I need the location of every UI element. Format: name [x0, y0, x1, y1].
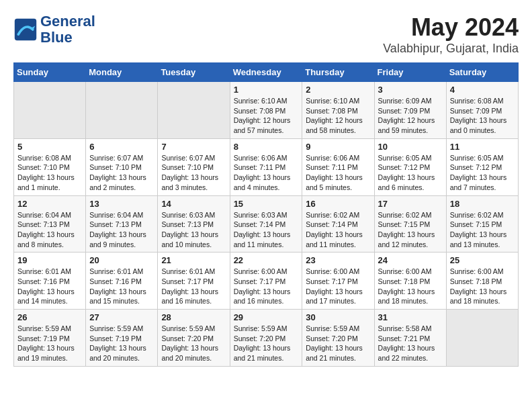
weekday-header: Friday: [374, 63, 446, 82]
day-info: Sunrise: 6:10 AM Sunset: 7:08 PM Dayligh…: [234, 96, 299, 136]
logo-line2: Blue: [40, 30, 95, 46]
day-info: Sunrise: 6:00 AM Sunset: 7:18 PM Dayligh…: [450, 267, 515, 306]
calendar-cell: 26Sunrise: 5:59 AM Sunset: 7:19 PM Dayli…: [14, 310, 86, 367]
day-number: 28: [161, 312, 226, 322]
day-number: 10: [378, 142, 443, 152]
calendar-cell: 27Sunrise: 5:59 AM Sunset: 7:19 PM Dayli…: [86, 310, 158, 367]
day-info: Sunrise: 5:59 AM Sunset: 7:19 PM Dayligh…: [89, 324, 154, 363]
weekday-header: Saturday: [446, 63, 518, 82]
day-info: Sunrise: 5:59 AM Sunset: 7:19 PM Dayligh…: [17, 324, 82, 363]
day-number: 17: [378, 199, 443, 209]
day-info: Sunrise: 5:59 AM Sunset: 7:20 PM Dayligh…: [234, 324, 299, 363]
day-number: 29: [234, 312, 299, 322]
day-number: 21: [161, 255, 226, 265]
calendar-cell: [14, 82, 86, 139]
calendar-cell: 22Sunrise: 6:00 AM Sunset: 7:17 PM Dayli…: [230, 253, 302, 310]
weekday-header: Wednesday: [230, 63, 302, 82]
day-info: Sunrise: 5:59 AM Sunset: 7:20 PM Dayligh…: [306, 324, 370, 363]
day-number: 12: [17, 199, 82, 209]
calendar-cell: 1Sunrise: 6:10 AM Sunset: 7:08 PM Daylig…: [230, 82, 302, 139]
day-number: 2: [306, 85, 370, 95]
day-info: Sunrise: 6:09 AM Sunset: 7:09 PM Dayligh…: [378, 96, 443, 136]
day-info: Sunrise: 6:00 AM Sunset: 7:17 PM Dayligh…: [234, 267, 299, 306]
calendar-week-row: 5Sunrise: 6:08 AM Sunset: 7:10 PM Daylig…: [14, 138, 519, 195]
day-info: Sunrise: 5:58 AM Sunset: 7:21 PM Dayligh…: [378, 324, 443, 363]
calendar-cell: 10Sunrise: 6:05 AM Sunset: 7:12 PM Dayli…: [374, 138, 446, 195]
day-info: Sunrise: 6:02 AM Sunset: 7:14 PM Dayligh…: [306, 210, 370, 250]
day-info: Sunrise: 6:07 AM Sunset: 7:10 PM Dayligh…: [89, 153, 154, 193]
day-number: 1: [234, 85, 299, 95]
calendar-cell: 6Sunrise: 6:07 AM Sunset: 7:10 PM Daylig…: [86, 138, 158, 195]
day-number: 11: [450, 142, 515, 152]
day-info: Sunrise: 6:01 AM Sunset: 7:17 PM Dayligh…: [161, 267, 226, 306]
calendar-cell: 15Sunrise: 6:03 AM Sunset: 7:14 PM Dayli…: [230, 195, 302, 253]
day-number: 20: [89, 255, 154, 265]
calendar-cell: [158, 82, 230, 139]
day-info: Sunrise: 6:00 AM Sunset: 7:18 PM Dayligh…: [378, 267, 443, 306]
day-info: Sunrise: 6:03 AM Sunset: 7:13 PM Dayligh…: [161, 210, 226, 250]
day-number: 6: [89, 142, 154, 152]
day-number: 31: [378, 312, 443, 322]
day-info: Sunrise: 6:07 AM Sunset: 7:10 PM Dayligh…: [161, 153, 226, 193]
calendar-cell: 24Sunrise: 6:00 AM Sunset: 7:18 PM Dayli…: [374, 253, 446, 310]
day-number: 30: [306, 312, 370, 322]
logo: General Blue: [13, 13, 95, 46]
calendar-cell: 8Sunrise: 6:06 AM Sunset: 7:11 PM Daylig…: [230, 138, 302, 195]
calendar-cell: 17Sunrise: 6:02 AM Sunset: 7:15 PM Dayli…: [374, 195, 446, 253]
calendar-cell: 3Sunrise: 6:09 AM Sunset: 7:09 PM Daylig…: [374, 82, 446, 139]
calendar-cell: 20Sunrise: 6:01 AM Sunset: 7:16 PM Dayli…: [86, 253, 158, 310]
day-number: 7: [161, 142, 226, 152]
day-number: 22: [234, 255, 299, 265]
title-block: May 2024 Valabhipur, Gujarat, India: [383, 13, 519, 56]
day-number: 24: [378, 255, 443, 265]
calendar-cell: 21Sunrise: 6:01 AM Sunset: 7:17 PM Dayli…: [158, 253, 230, 310]
logo-icon: [13, 17, 38, 42]
calendar-week-row: 12Sunrise: 6:04 AM Sunset: 7:13 PM Dayli…: [14, 195, 519, 253]
calendar-cell: [446, 310, 518, 367]
day-info: Sunrise: 6:02 AM Sunset: 7:15 PM Dayligh…: [450, 210, 515, 250]
calendar-cell: 29Sunrise: 5:59 AM Sunset: 7:20 PM Dayli…: [230, 310, 302, 367]
calendar-cell: 16Sunrise: 6:02 AM Sunset: 7:14 PM Dayli…: [302, 195, 374, 253]
day-number: 8: [234, 142, 299, 152]
day-info: Sunrise: 6:03 AM Sunset: 7:14 PM Dayligh…: [234, 210, 299, 250]
day-info: Sunrise: 6:04 AM Sunset: 7:13 PM Dayligh…: [17, 210, 82, 250]
calendar-cell: 13Sunrise: 6:04 AM Sunset: 7:13 PM Dayli…: [86, 195, 158, 253]
day-info: Sunrise: 6:08 AM Sunset: 7:10 PM Dayligh…: [17, 153, 82, 193]
calendar-cell: 7Sunrise: 6:07 AM Sunset: 7:10 PM Daylig…: [158, 138, 230, 195]
logo-line1: General: [40, 13, 95, 30]
calendar-cell: [86, 82, 158, 139]
day-info: Sunrise: 6:05 AM Sunset: 7:12 PM Dayligh…: [378, 153, 443, 193]
day-number: 16: [306, 199, 370, 209]
day-info: Sunrise: 5:59 AM Sunset: 7:20 PM Dayligh…: [161, 324, 226, 363]
day-number: 3: [378, 85, 443, 95]
calendar-cell: 30Sunrise: 5:59 AM Sunset: 7:20 PM Dayli…: [302, 310, 374, 367]
day-info: Sunrise: 6:02 AM Sunset: 7:15 PM Dayligh…: [378, 210, 443, 250]
calendar-cell: 28Sunrise: 5:59 AM Sunset: 7:20 PM Dayli…: [158, 310, 230, 367]
calendar-cell: 14Sunrise: 6:03 AM Sunset: 7:13 PM Dayli…: [158, 195, 230, 253]
weekday-header-row: SundayMondayTuesdayWednesdayThursdayFrid…: [14, 63, 519, 82]
day-info: Sunrise: 6:01 AM Sunset: 7:16 PM Dayligh…: [17, 267, 82, 306]
calendar-cell: 9Sunrise: 6:06 AM Sunset: 7:11 PM Daylig…: [302, 138, 374, 195]
calendar-cell: 31Sunrise: 5:58 AM Sunset: 7:21 PM Dayli…: [374, 310, 446, 367]
calendar-cell: 25Sunrise: 6:00 AM Sunset: 7:18 PM Dayli…: [446, 253, 518, 310]
day-info: Sunrise: 6:04 AM Sunset: 7:13 PM Dayligh…: [89, 210, 154, 250]
day-number: 4: [450, 85, 515, 95]
day-number: 19: [17, 255, 82, 265]
calendar-week-row: 19Sunrise: 6:01 AM Sunset: 7:16 PM Dayli…: [14, 253, 519, 310]
calendar-cell: 11Sunrise: 6:05 AM Sunset: 7:12 PM Dayli…: [446, 138, 518, 195]
day-number: 27: [89, 312, 154, 322]
calendar-cell: 18Sunrise: 6:02 AM Sunset: 7:15 PM Dayli…: [446, 195, 518, 253]
day-info: Sunrise: 6:10 AM Sunset: 7:08 PM Dayligh…: [306, 96, 370, 136]
day-number: 9: [306, 142, 370, 152]
day-number: 25: [450, 255, 515, 265]
day-info: Sunrise: 6:06 AM Sunset: 7:11 PM Dayligh…: [306, 153, 370, 193]
page-title: May 2024: [383, 13, 519, 42]
day-number: 18: [450, 199, 515, 209]
calendar-week-row: 26Sunrise: 5:59 AM Sunset: 7:19 PM Dayli…: [14, 310, 519, 367]
calendar-week-row: 1Sunrise: 6:10 AM Sunset: 7:08 PM Daylig…: [14, 82, 519, 139]
page-header: General Blue May 2024 Valabhipur, Gujara…: [13, 13, 519, 56]
day-number: 23: [306, 255, 370, 265]
day-info: Sunrise: 6:08 AM Sunset: 7:09 PM Dayligh…: [450, 96, 515, 136]
weekday-header: Thursday: [302, 63, 374, 82]
calendar-table: SundayMondayTuesdayWednesdayThursdayFrid…: [13, 62, 519, 367]
